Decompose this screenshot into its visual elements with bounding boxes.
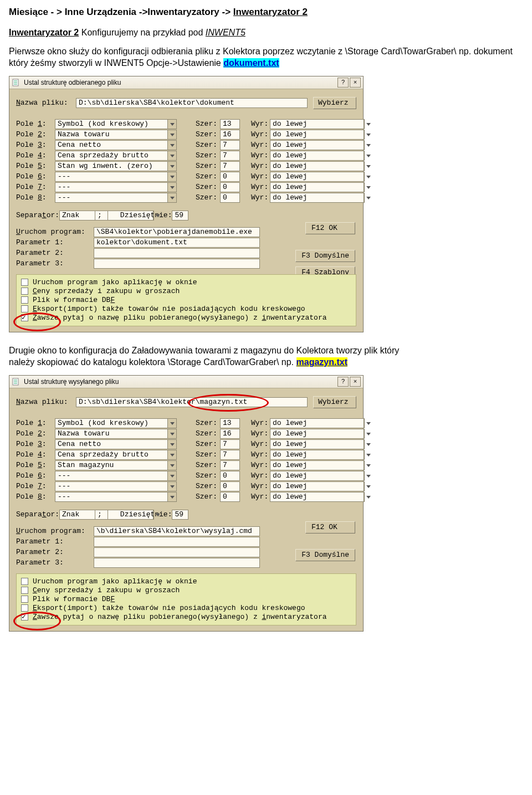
wyr-value-input[interactable] [270,140,364,150]
checkbox-3[interactable] [21,296,28,304]
wyr-combo[interactable] [270,492,321,502]
param1-input[interactable] [94,537,260,547]
wyr-combo[interactable] [270,481,321,491]
dropdown-icon[interactable] [364,151,365,161]
wyr-value-input[interactable] [270,172,364,182]
wyr-combo[interactable] [270,140,321,150]
pole-value-input[interactable] [55,161,168,171]
dropdown-icon[interactable] [364,492,365,502]
dropdown-icon[interactable] [168,492,177,502]
pole-combo[interactable] [55,140,177,150]
dropdown-icon[interactable] [364,450,365,460]
checkbox-2[interactable] [21,587,28,594]
dropdown-icon[interactable] [364,471,365,481]
checkbox-4[interactable] [21,604,28,612]
pole-combo[interactable] [55,439,177,449]
pole-value-input[interactable] [55,429,168,439]
szer-input[interactable] [220,119,240,129]
separator-char-input[interactable] [95,211,108,220]
nazwa-pliku-input[interactable] [76,98,308,108]
pole-value-input[interactable] [55,130,168,140]
dropdown-icon[interactable] [168,140,177,150]
ok-button[interactable]: F12 OK [305,222,355,234]
pole-combo[interactable] [55,161,177,171]
szer-input[interactable] [220,172,240,182]
dropdown-icon[interactable] [154,211,154,220]
pole-combo[interactable] [55,492,177,502]
wyr-combo[interactable] [270,119,321,129]
szer-input[interactable] [220,182,240,192]
pole-value-input[interactable] [55,450,168,460]
wyr-combo[interactable] [270,450,321,460]
pole-value-input[interactable] [55,151,168,161]
pole-combo[interactable] [55,450,177,460]
dropdown-icon[interactable] [154,510,154,520]
nazwa-pliku-input[interactable] [76,397,308,407]
dropdown-icon[interactable] [168,161,177,171]
help-button[interactable]: ? [337,377,349,387]
dropdown-icon[interactable] [168,182,177,192]
dropdown-icon[interactable] [168,119,177,129]
close-button[interactable]: × [350,377,361,387]
wyr-value-input[interactable] [270,161,364,171]
help-button[interactable]: ? [337,78,349,88]
dropdown-icon[interactable] [364,429,365,439]
uruchom-program-input[interactable] [94,227,260,237]
checkbox-4[interactable] [21,305,28,312]
wyr-combo[interactable] [270,439,321,449]
wyr-combo[interactable] [270,429,321,439]
wyr-value-input[interactable] [270,418,364,428]
param3-input[interactable] [94,259,260,269]
wyr-value-input[interactable] [270,481,364,491]
dropdown-icon[interactable] [168,439,177,449]
szer-input[interactable] [220,161,240,171]
wyr-value-input[interactable] [270,429,364,439]
close-button[interactable]: × [350,78,361,88]
dropdown-icon[interactable] [364,172,365,182]
pole-combo[interactable] [55,182,177,192]
wyr-value-input[interactable] [270,119,364,129]
wyr-value-input[interactable] [270,193,364,203]
pole-combo[interactable] [55,172,177,182]
wyr-combo[interactable] [270,130,321,140]
pole-combo[interactable] [55,481,177,491]
checkbox-3[interactable] [21,596,28,603]
pole-value-input[interactable] [55,418,168,428]
dropdown-icon[interactable] [168,151,177,161]
dropdown-icon[interactable] [364,161,365,171]
pole-combo[interactable] [55,418,177,428]
wyr-value-input[interactable] [270,450,364,460]
pole-value-input[interactable] [55,182,168,192]
wyr-combo[interactable] [270,460,321,470]
wybierz-button[interactable]: Wybierz [313,97,356,109]
param1-input[interactable] [94,238,260,248]
dropdown-icon[interactable] [168,418,177,428]
szer-input[interactable] [220,492,240,502]
checkbox-5[interactable] [21,314,28,321]
dropdown-icon[interactable] [364,481,365,491]
wyr-combo[interactable] [270,172,321,182]
wyr-combo[interactable] [270,418,321,428]
dropdown-icon[interactable] [364,140,365,150]
wyr-combo[interactable] [270,151,321,161]
wyr-combo[interactable] [270,471,321,481]
ok-button[interactable]: F12 OK [305,521,355,534]
szer-input[interactable] [220,429,240,439]
szer-input[interactable] [220,481,240,491]
dropdown-icon[interactable] [168,193,177,203]
dropdown-icon[interactable] [364,460,365,470]
dziesietnie-input[interactable] [172,211,188,220]
checkbox-5[interactable] [21,613,28,620]
dropdown-icon[interactable] [364,119,365,129]
pole-combo[interactable] [55,119,177,129]
szer-input[interactable] [220,460,240,470]
wyr-value-input[interactable] [270,182,364,192]
dropdown-icon[interactable] [168,450,177,460]
dropdown-icon[interactable] [364,418,365,428]
pole-combo[interactable] [55,429,177,439]
dropdown-icon[interactable] [364,130,365,140]
dropdown-icon[interactable] [168,130,177,140]
pole-value-input[interactable] [55,471,168,481]
dropdown-icon[interactable] [364,182,365,192]
szer-input[interactable] [220,418,240,428]
